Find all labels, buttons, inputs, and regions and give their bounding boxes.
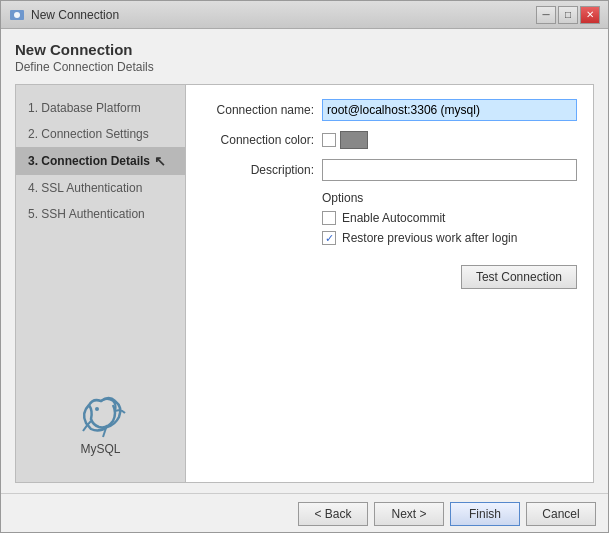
window-icon	[9, 7, 25, 23]
autocommit-option-row: Enable Autocommit	[322, 211, 577, 225]
minimize-button[interactable]: ─	[536, 6, 556, 24]
test-connection-area: Test Connection	[202, 265, 577, 289]
connection-name-row: Connection name:	[202, 99, 577, 121]
svg-point-2	[95, 407, 99, 411]
connection-name-label: Connection name:	[202, 103, 322, 117]
mysql-label: MySQL	[80, 442, 120, 456]
title-bar-label: New Connection	[31, 8, 536, 22]
sidebar: 1. Database Platform 2. Connection Setti…	[16, 85, 186, 482]
close-button[interactable]: ✕	[580, 6, 600, 24]
sidebar-item-ssl-auth[interactable]: 4. SSL Authentication	[16, 175, 185, 201]
sidebar-logo: MySQL	[16, 367, 185, 472]
cursor-icon: ↖	[154, 153, 166, 169]
back-button[interactable]: < Back	[298, 502, 368, 526]
description-input[interactable]	[322, 159, 577, 181]
restore-option-row: Restore previous work after login	[322, 231, 577, 245]
autocommit-checkbox[interactable]	[322, 211, 336, 225]
connection-color-row: Connection color:	[202, 131, 577, 149]
color-controls	[322, 131, 368, 149]
next-button[interactable]: Next >	[374, 502, 444, 526]
test-connection-button[interactable]: Test Connection	[461, 265, 577, 289]
new-connection-window: New Connection ─ □ ✕ New Connection Defi…	[0, 0, 609, 533]
connection-color-label: Connection color:	[202, 133, 322, 147]
finish-button[interactable]: Finish	[450, 502, 520, 526]
options-section: Options Enable Autocommit Restore previo…	[202, 191, 577, 245]
sidebar-item-connection-details[interactable]: 3. Connection Details ↖	[16, 147, 185, 175]
autocommit-label: Enable Autocommit	[342, 211, 445, 225]
page-subtitle: Define Connection Details	[15, 60, 594, 74]
description-label: Description:	[202, 163, 322, 177]
sidebar-items: 1. Database Platform 2. Connection Setti…	[16, 95, 185, 367]
restore-checkbox[interactable]	[322, 231, 336, 245]
maximize-button[interactable]: □	[558, 6, 578, 24]
title-bar-buttons: ─ □ ✕	[536, 6, 600, 24]
content-area: Connection name: Connection color: Descr…	[186, 85, 593, 482]
options-title: Options	[322, 191, 577, 205]
cancel-button[interactable]: Cancel	[526, 502, 596, 526]
mysql-dolphin-icon	[71, 383, 131, 438]
main-area: 1. Database Platform 2. Connection Setti…	[15, 84, 594, 483]
restore-label: Restore previous work after login	[342, 231, 517, 245]
window-content: New Connection Define Connection Details…	[1, 29, 608, 493]
page-title: New Connection	[15, 41, 594, 58]
footer: < Back Next > Finish Cancel	[1, 493, 608, 532]
connection-name-input[interactable]	[322, 99, 577, 121]
header-section: New Connection Define Connection Details	[15, 41, 594, 74]
title-bar: New Connection ─ □ ✕	[1, 1, 608, 29]
sidebar-item-connection-settings[interactable]: 2. Connection Settings	[16, 121, 185, 147]
color-swatch[interactable]	[340, 131, 368, 149]
sidebar-item-ssh-auth[interactable]: 5. SSH Authentication	[16, 201, 185, 227]
color-enable-checkbox[interactable]	[322, 133, 336, 147]
svg-point-1	[14, 12, 20, 18]
description-row: Description:	[202, 159, 577, 181]
sidebar-item-database-platform[interactable]: 1. Database Platform	[16, 95, 185, 121]
